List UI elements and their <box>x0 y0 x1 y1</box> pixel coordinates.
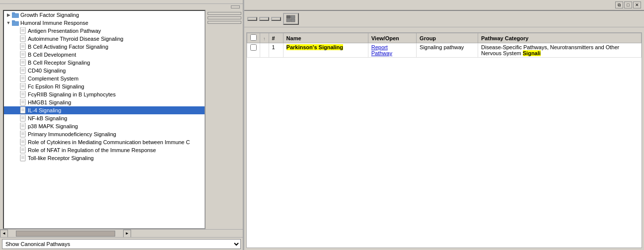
add-button[interactable] <box>208 12 241 15</box>
pathway-link[interactable]: Pathway <box>371 50 392 56</box>
table-row: 1Parkinson's SignalingReportPathwaySigna… <box>247 43 642 58</box>
doc-icon <box>19 67 27 74</box>
tree-item-toll-like[interactable]: Toll-like Receptor Signaling <box>4 154 205 162</box>
hscroll-left-arrow[interactable]: ◄ <box>0 230 8 238</box>
tree-item-hmgb1[interactable]: HMGB1 Signaling <box>4 98 205 106</box>
svg-rect-75 <box>291 19 295 22</box>
tree-item-cd40[interactable]: CD40 Signaling <box>4 67 205 75</box>
col-header-name: Name <box>283 33 368 43</box>
tree-item-label: FcγRIIB Signaling in B Lymphocytes <box>28 91 116 97</box>
tree-item-b-cell-development[interactable]: B Cell Development <box>4 51 205 59</box>
doc-icon <box>19 139 27 146</box>
hscroll-thumb[interactable] <box>16 231 115 237</box>
tree-item-b-cell-activating[interactable]: B Cell Activating Factor Signaling <box>4 43 205 51</box>
report-link[interactable]: Report <box>371 44 388 50</box>
svg-rect-64 <box>20 147 25 153</box>
refresh-button[interactable] <box>231 5 240 8</box>
hscroll-right-arrow[interactable]: ► <box>123 230 131 238</box>
bottom-bar: Show Canonical Pathways <box>0 237 243 250</box>
tree-item-complement[interactable]: Complement System <box>4 75 205 83</box>
actions-panel <box>206 10 243 229</box>
window-restore-button[interactable]: ⧉ <box>615 1 623 8</box>
tree-item-label: IL-4 Signaling <box>28 107 61 113</box>
doc-icon <box>19 99 27 106</box>
add-to-my-pathway-button[interactable] <box>247 17 257 21</box>
tree-item-label: Antigen Presentation Pathway <box>28 28 101 34</box>
compare-header <box>0 0 243 4</box>
col-header-sort[interactable]: ↑ <box>260 33 269 43</box>
doc-icon <box>19 59 27 66</box>
row-checkbox[interactable] <box>250 44 257 51</box>
folder-icon <box>11 19 19 26</box>
svg-rect-73 <box>291 15 295 18</box>
tree-item-label: Role of Cytokines in Mediating Communica… <box>28 139 190 145</box>
doc-icon <box>19 131 27 138</box>
search-header: ⧉ □ ✕ <box>244 0 644 11</box>
clear-all-button[interactable] <box>208 21 241 24</box>
search-results-table: ↑ # Name View/Open Group Pathway Categor… <box>247 33 642 58</box>
window-close-button[interactable]: ✕ <box>633 1 641 8</box>
tree-item-nfkb[interactable]: NF-kB Signaling <box>4 114 205 122</box>
tree-item-growth-factor[interactable]: ▶Growth Factor Signaling <box>4 11 205 19</box>
expand-icon[interactable]: ▶ <box>6 11 11 18</box>
col-header-group: Group <box>417 33 478 43</box>
svg-rect-1 <box>12 12 15 14</box>
row-sort-cell <box>260 43 269 58</box>
svg-rect-20 <box>20 59 25 66</box>
row-group: Signaling pathway <box>417 43 478 58</box>
add-to-my-list-button[interactable] <box>259 17 269 21</box>
sort-arrow-icon: ↑ <box>263 36 266 41</box>
tree-item-label: B Cell Development <box>28 52 76 58</box>
tree-item-b-cell-receptor[interactable]: B Cell Receptor Signaling <box>4 59 205 67</box>
doc-icon <box>19 83 27 90</box>
tree-item-label: Fc Epsilon RI Signaling <box>28 83 84 89</box>
svg-rect-68 <box>20 155 25 161</box>
tree-item-label: HMGB1 Signaling <box>28 99 71 105</box>
select-all-checkbox[interactable] <box>250 34 257 41</box>
canonical-pathways-select[interactable]: Show Canonical Pathways <box>2 239 241 249</box>
tree-container[interactable]: ▶Growth Factor Signaling▼Humoral Immune … <box>3 10 206 229</box>
svg-rect-60 <box>20 139 25 145</box>
folder-icon <box>11 11 19 18</box>
svg-rect-0 <box>12 13 19 18</box>
tree-item-il4[interactable]: IL-4 Signaling <box>4 106 205 114</box>
collapse-icon[interactable]: ▼ <box>6 19 11 26</box>
tree-item-role-cytokines[interactable]: Role of Cytokines in Mediating Communica… <box>4 138 205 146</box>
svg-rect-44 <box>20 107 25 113</box>
tree-item-humoral-immune[interactable]: ▼Humoral Immune Response <box>4 19 205 27</box>
tree-item-label: Growth Factor Signaling <box>20 12 79 18</box>
svg-rect-40 <box>20 99 25 105</box>
search-table-container[interactable]: ↑ # Name View/Open Group Pathway Categor… <box>246 32 642 248</box>
doc-icon <box>19 43 27 50</box>
tree-item-autoimmune-thyroid[interactable]: Autoimmune Thyroid Disease Signaling <box>4 35 205 43</box>
svg-rect-24 <box>20 67 25 74</box>
tree-item-label: Role of NFAT in Regulation of the Immune… <box>28 147 156 153</box>
row-checkbox-cell[interactable] <box>247 43 260 58</box>
row-number: 1 <box>269 43 283 58</box>
customize-table-button[interactable] <box>271 17 281 21</box>
tree-item-primary-immuno[interactable]: Primary Immunodeficiency Signaling <box>4 130 205 138</box>
toolbar-icon-button[interactable] <box>283 13 299 25</box>
tree-item-antigen-presentation[interactable]: Antigen Presentation Pathway <box>4 27 205 35</box>
window-controls: ⧉ □ ✕ <box>615 1 641 8</box>
svg-rect-3 <box>12 20 15 22</box>
window-maximize-button[interactable]: □ <box>624 1 632 8</box>
doc-icon <box>19 27 27 34</box>
svg-rect-32 <box>20 83 25 89</box>
svg-rect-8 <box>20 35 25 42</box>
doc-icon <box>19 107 27 114</box>
left-panel: ▶Growth Factor Signaling▼Humoral Immune … <box>0 0 243 250</box>
tree-item-fc-epsilon[interactable]: Fc Epsilon RI Signaling <box>4 83 205 90</box>
doc-icon <box>19 75 27 82</box>
col-header-checkbox[interactable] <box>247 33 260 43</box>
tree-item-label: Humoral Immune Response <box>20 20 88 26</box>
tree-item-fcgamma[interactable]: FcγRIIB Signaling in B Lymphocytes <box>4 90 205 98</box>
right-panel: ⧉ □ ✕ ↑ # Name View/O <box>243 0 644 250</box>
remove-button[interactable] <box>208 16 241 19</box>
svg-rect-52 <box>20 123 25 129</box>
tree-item-label: B Cell Activating Factor Signaling <box>28 44 108 50</box>
tree-item-role-nfat[interactable]: Role of NFAT in Regulation of the Immune… <box>4 146 205 154</box>
row-name: Parkinson's Signaling <box>283 43 368 58</box>
tree-item-p38[interactable]: p38 MAPK Signaling <box>4 122 205 130</box>
tree-item-label: Toll-like Receptor Signaling <box>28 155 94 161</box>
